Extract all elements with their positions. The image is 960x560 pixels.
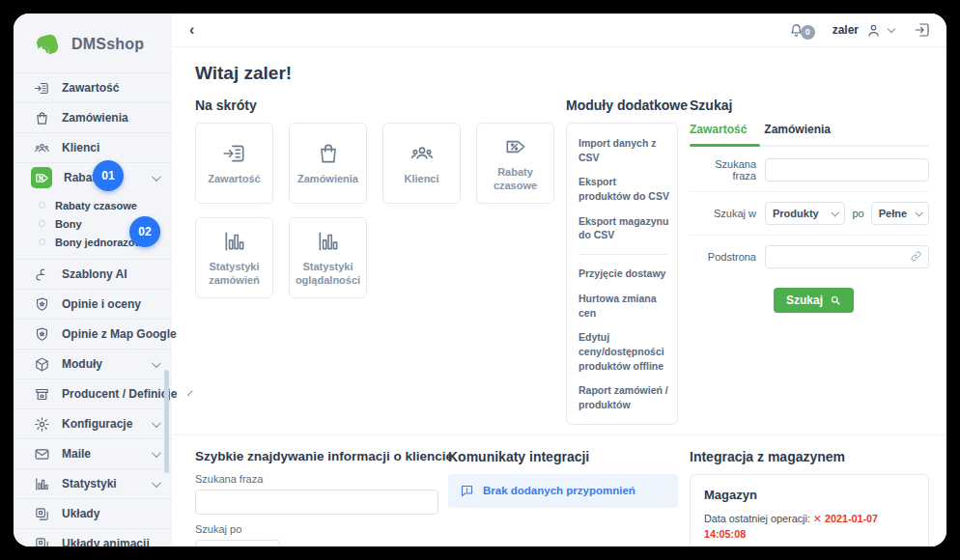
sidebar-item-uklady-animacji[interactable]: Układy animacji — [14, 529, 172, 546]
bullet-icon — [39, 220, 45, 227]
discount-tag-icon — [31, 167, 52, 188]
client-by-label: Szukaj po — [195, 523, 438, 535]
shortcut-statystyki-zamowien[interactable]: Statystyki zamówień — [195, 217, 273, 298]
search-scope-select[interactable]: Produkty — [765, 202, 845, 225]
shortcut-zamowienia[interactable]: Zamówienia — [289, 123, 367, 204]
sidebar-item-maile[interactable]: Maile — [14, 439, 172, 468]
content-icon — [33, 79, 50, 97]
module-link[interactable]: Hurtowa zmiana cen — [579, 292, 669, 320]
sidebar-item-opinie-google[interactable]: Opinie z Map Google — [14, 320, 172, 349]
module-link[interactable]: Przyjęcie dostawy — [579, 266, 669, 281]
search-icon — [830, 294, 841, 306]
shortcuts-section: Na skróty Zawartość Zamówienia Klienc — [195, 98, 554, 425]
messages-empty-text: Brak dodanych przypomnień — [483, 485, 635, 496]
sidebar-scrollbar[interactable] — [164, 370, 169, 473]
chevron-down-icon — [832, 209, 839, 216]
section-divider — [172, 434, 946, 435]
animation-layouts-icon — [33, 535, 50, 546]
customers-icon — [33, 139, 50, 156]
tab-zamowienia[interactable]: Zamówienia — [764, 123, 831, 136]
app-window: DMSshop Zawartość Zamówienia Klienci Rab… — [14, 14, 946, 546]
sidebar-item-opinie[interactable]: Opinie i oceny — [14, 290, 172, 319]
logout-button[interactable] — [914, 21, 931, 39]
search-mode-select[interactable]: Pełne — [871, 202, 929, 225]
sidebar-item-statystyki[interactable]: Statystyki — [14, 469, 172, 498]
divider — [579, 254, 669, 255]
search-section: Szukaj Zawartość Zamówienia Szukana fraz… — [690, 98, 929, 425]
notification-count-badge: 0 — [801, 25, 815, 40]
search-tabs: Zawartość Zamówienia — [690, 123, 929, 147]
shortcut-rabaty-czasowe[interactable]: Rabaty czasowe — [476, 123, 554, 204]
search-title: Szukaj — [690, 98, 929, 113]
sidebar-item-konfiguracje[interactable]: Konfiguracje — [14, 409, 172, 438]
main-area: ‹ 0 zaler Witaj zaler! Na skróty — [172, 14, 946, 546]
chevron-down-icon — [152, 172, 161, 182]
sidebar-item-label: Opinie i oceny — [62, 297, 141, 311]
module-link[interactable]: Eksport produktów do CSV — [579, 175, 669, 203]
shortcut-zawartosc[interactable]: Zawartość — [195, 123, 273, 204]
search-subpage-input[interactable] — [765, 245, 929, 268]
sidebar-item-label: Zamówienia — [62, 111, 128, 125]
chevron-down-icon — [915, 209, 922, 216]
username: zaler — [833, 23, 859, 37]
client-by-select[interactable]: E-mail — [195, 540, 280, 546]
link-icon — [910, 250, 922, 263]
notifications-button[interactable]: 0 — [788, 21, 815, 40]
warehouse-section: Integracja z magazynem Magazyn Data osta… — [690, 449, 929, 546]
annotation-step-1-badge: 01 — [93, 160, 124, 191]
user-icon[interactable] — [865, 22, 882, 39]
search-scope-label: Szukaj w — [690, 208, 765, 219]
shortcut-klienci[interactable]: Klienci — [382, 123, 461, 204]
sidebar-item-label: Producent / Definicje — [62, 387, 177, 401]
sidebar-item-zamowienia[interactable]: Zamówienia — [14, 103, 172, 132]
chevron-down-icon[interactable] — [888, 25, 895, 33]
sidebar-item-label: Klienci — [62, 141, 99, 154]
magazyn-card-title: Magazyn — [704, 488, 915, 502]
search-phrase-label: Szukana fraza — [690, 158, 765, 182]
cube-icon — [33, 355, 50, 373]
error-x-icon: ✕ — [813, 513, 822, 524]
module-link[interactable]: Eksport magazynu do CSV — [579, 214, 669, 242]
sidebar-item-szablony-ai[interactable]: Szablony AI — [14, 260, 172, 289]
search-submit-button[interactable]: Szukaj — [774, 288, 854, 313]
bar-chart-icon — [316, 229, 341, 254]
tab-zawartosc[interactable]: Zawartość — [690, 123, 747, 136]
dmsshop-logo-icon — [33, 30, 62, 59]
client-phrase-input[interactable] — [195, 490, 438, 515]
shortcut-statystyki-ogladalnosci[interactable]: Statystyki oglądalności — [289, 217, 367, 298]
sidebar-item-uklady[interactable]: Układy — [14, 499, 172, 528]
brand-name: DMSshop — [71, 36, 144, 53]
search-phrase-input[interactable] — [765, 158, 929, 182]
client-phrase-label: Szukana fraza — [195, 473, 438, 485]
modules-section: Moduły dodatkowe Import danych z CSV Eks… — [566, 98, 678, 425]
shield-star-icon — [33, 325, 50, 343]
sidebar-item-label: Układy — [62, 507, 99, 520]
module-link[interactable]: Edytuj ceny/dostępności produktów offlin… — [579, 330, 669, 373]
sidebar-item-klienci[interactable]: Klienci — [14, 133, 172, 162]
module-link[interactable]: Raport zamówień / produktów — [579, 383, 669, 411]
back-button[interactable]: ‹ — [189, 22, 194, 38]
annotation-step-2-badge: 02 — [129, 216, 160, 247]
modules-title: Moduły dodatkowe — [566, 98, 678, 113]
sidebar-item-producent[interactable]: Producent / Definicje — [14, 379, 172, 408]
chevron-down-icon — [152, 478, 161, 488]
bullet-icon — [39, 202, 45, 209]
client-search-section: Szybkie znajdywanie informacji o klienci… — [195, 449, 438, 546]
sidebar-item-rabaty-czasowe[interactable]: Rabaty czasowe — [14, 196, 172, 214]
chevron-down-icon — [152, 418, 161, 428]
client-search-title: Szybkie znajdywanie informacji o klienci… — [195, 449, 438, 463]
message-alert-icon — [460, 484, 474, 498]
brand-logo[interactable]: DMSshop — [14, 14, 172, 72]
gear-icon — [33, 415, 50, 433]
orders-bag-icon — [316, 141, 341, 166]
module-link[interactable]: Import danych z CSV — [579, 136, 669, 164]
sidebar-item-zawartosc[interactable]: Zawartość — [14, 73, 172, 102]
content-icon — [222, 141, 247, 166]
sidebar-item-label: Moduły — [62, 357, 102, 371]
orders-bag-icon — [33, 109, 50, 126]
chevron-down-icon — [152, 358, 161, 368]
sidebar-item-label: Maile — [62, 447, 91, 461]
sidebar-item-label: Konfiguracje — [62, 417, 132, 431]
sidebar-item-moduly[interactable]: Moduły — [14, 350, 172, 378]
topbar: ‹ 0 zaler — [172, 14, 946, 47]
